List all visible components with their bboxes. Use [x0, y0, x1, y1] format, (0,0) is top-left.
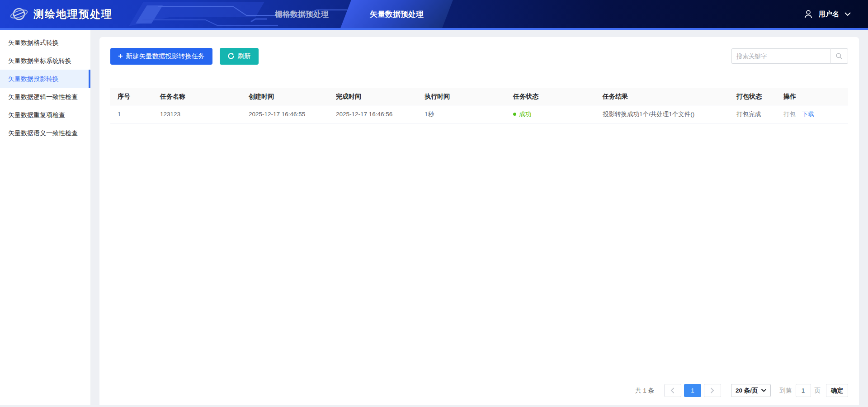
chevron-left-icon — [670, 388, 675, 393]
search-icon — [835, 52, 843, 60]
goto-confirm-button[interactable]: 确定 — [826, 384, 848, 397]
sidebar-item-coordinate-system-convert[interactable]: 矢量数据坐标系统转换 — [0, 52, 90, 70]
sidebar-item-semantic-consistency-check[interactable]: 矢量数据语义一致性检查 — [0, 124, 90, 142]
user-icon — [803, 9, 813, 19]
search-input[interactable] — [731, 48, 830, 64]
col-header-finished-time: 完成时间 — [329, 88, 417, 105]
download-action-link[interactable]: 下载 — [802, 111, 814, 118]
search-group — [731, 48, 848, 64]
app-title: 测绘地理预处理 — [33, 7, 113, 21]
cell-exec-time: 1秒 — [417, 105, 506, 123]
page-size-select[interactable]: 20 条/页 — [731, 384, 771, 397]
pagination: 共 1 条 1 20 条/页 — [635, 384, 848, 397]
chevron-down-icon — [844, 12, 851, 16]
table-header-row: 序号 任务名称 创建时间 完成时间 执行时间 任务状态 任务结果 打包状态 操作 — [110, 88, 848, 105]
plus-icon: + — [118, 52, 123, 60]
col-header-task-name: 任务名称 — [153, 88, 241, 105]
col-header-created-time: 创建时间 — [241, 88, 329, 105]
content-panel: + 新建矢量数据投影转换任务 刷新 — [99, 37, 859, 405]
sidebar-item-logical-consistency-check[interactable]: 矢量数据逻辑一致性检查 — [0, 88, 90, 106]
col-header-package-status: 打包状态 — [729, 88, 776, 105]
tab-vector-preprocess[interactable]: 矢量数据预处理 — [346, 0, 448, 28]
app-logo: 测绘地理预处理 — [10, 0, 113, 28]
tab-raster-preprocess[interactable]: 栅格数据预处理 — [267, 0, 337, 28]
package-action-link[interactable]: 打包 — [783, 111, 796, 118]
cell-finished-time: 2025-12-17 16:46:56 — [329, 105, 417, 123]
sidebar-item-projection-convert[interactable]: 矢量数据投影转换 — [0, 70, 90, 88]
user-name: 用户名 — [819, 10, 839, 19]
status-dot-icon — [513, 113, 516, 116]
next-page-button[interactable] — [704, 384, 721, 397]
sidebar-item-duplicate-check[interactable]: 矢量数据重复项检查 — [0, 106, 90, 124]
globe-orbit-logo-icon — [10, 5, 28, 23]
cell-created-time: 2025-12-17 16:46:55 — [241, 105, 329, 123]
refresh-icon — [227, 52, 235, 60]
task-table-wrap: 序号 任务名称 创建时间 完成时间 执行时间 任务状态 任务结果 打包状态 操作 — [99, 73, 859, 123]
goto-page-suffix: 页 — [815, 387, 821, 395]
goto-page-input[interactable] — [796, 384, 811, 397]
cell-package-status: 打包完成 — [729, 105, 776, 123]
cell-actions: 打包 下载 — [776, 105, 848, 123]
table-row: 1 123123 2025-12-17 16:46:55 2025-12-17 … — [110, 105, 848, 123]
prev-page-button[interactable] — [664, 384, 681, 397]
status-text: 成功 — [519, 110, 531, 118]
search-button[interactable] — [830, 48, 848, 64]
sidebar: 矢量数据格式转换 矢量数据坐标系统转换 矢量数据投影转换 矢量数据逻辑一致性检查… — [0, 30, 90, 405]
col-header-index: 序号 — [110, 88, 153, 105]
cell-task-name: 123123 — [153, 105, 241, 123]
col-header-actions: 操作 — [776, 88, 848, 105]
pagination-total: 共 1 条 — [635, 387, 654, 395]
cell-task-status: 成功 — [506, 105, 595, 123]
cell-task-result: 投影转换成功1个/共处理1个文件() — [595, 105, 729, 123]
user-menu[interactable]: 用户名 — [803, 0, 851, 28]
goto-page-prefix: 到第 — [780, 387, 792, 395]
col-header-task-result: 任务结果 — [595, 88, 729, 105]
cell-index: 1 — [110, 105, 153, 123]
app-header: 测绘地理预处理 栅格数据预处理 矢量数据预处理 用户名 — [0, 0, 868, 30]
chevron-down-icon — [761, 389, 766, 392]
sidebar-gutter — [90, 30, 99, 405]
col-header-task-status: 任务状态 — [506, 88, 595, 105]
chevron-right-icon — [710, 388, 715, 393]
new-projection-task-button[interactable]: + 新建矢量数据投影转换任务 — [110, 48, 212, 65]
page-number-button[interactable]: 1 — [684, 384, 701, 397]
task-table: 序号 任务名称 创建时间 完成时间 执行时间 任务状态 任务结果 打包状态 操作 — [110, 88, 848, 123]
sidebar-item-format-convert[interactable]: 矢量数据格式转换 — [0, 33, 90, 52]
toolbar: + 新建矢量数据投影转换任务 刷新 — [99, 47, 859, 65]
col-header-exec-time: 执行时间 — [417, 88, 506, 105]
refresh-button[interactable]: 刷新 — [220, 48, 259, 65]
